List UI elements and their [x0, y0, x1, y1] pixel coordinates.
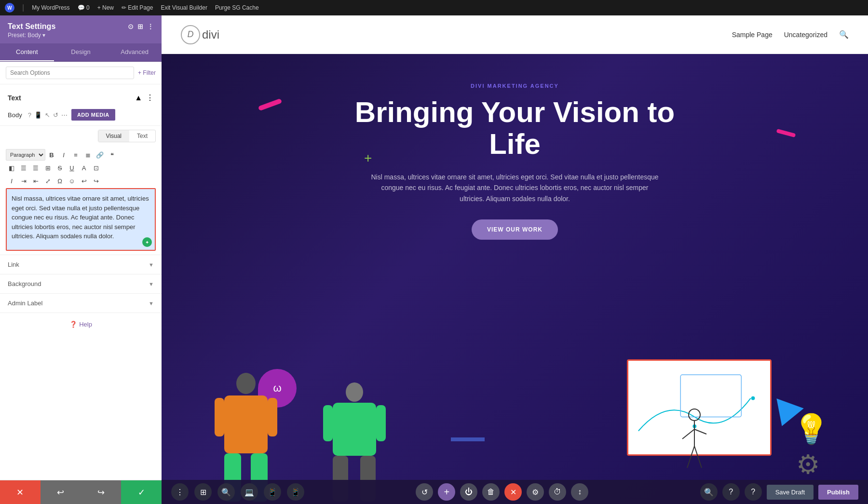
redo-button[interactable]: ↪: [81, 480, 122, 504]
hero-cta-button[interactable]: VIEW OUR WORK: [472, 219, 558, 240]
paste-text-button[interactable]: ⊡: [90, 162, 102, 174]
nav-sample-page[interactable]: Sample Page: [732, 31, 773, 39]
toolbar-mobile-button[interactable]: 📱: [287, 483, 304, 501]
deco-blue-line: [451, 437, 485, 441]
align-right-button[interactable]: ☰: [30, 162, 41, 174]
emoji-button[interactable]: ☺: [66, 175, 78, 187]
toolbar-settings-button[interactable]: ⚙: [527, 483, 544, 501]
undo-editor-button[interactable]: ↩: [78, 175, 90, 187]
exit-visual-builder-link[interactable]: Exit Visual Builder: [161, 4, 207, 11]
background-section[interactable]: Background ▼: [0, 274, 162, 293]
add-media-button[interactable]: ADD MEDIA: [71, 109, 115, 121]
svg-rect-7: [333, 403, 376, 456]
hero-title: Bringing Your Vision to Life: [346, 96, 684, 160]
reset-icon[interactable]: ↺: [53, 111, 58, 119]
admin-bar: W | My WordPress 💬 0 + New ✏ Edit Page E…: [0, 0, 868, 15]
paragraph-select[interactable]: Paragraph: [6, 149, 45, 161]
device-icon[interactable]: 📱: [34, 111, 42, 119]
panel-title: Text Settings: [8, 22, 55, 31]
italic-button[interactable]: I: [58, 149, 69, 161]
filter-button[interactable]: + Filter: [138, 69, 156, 76]
fullscreen-icon[interactable]: ⊙: [128, 23, 134, 30]
toolbar-device-button[interactable]: 💻: [241, 483, 258, 501]
fullscreen-editor-button[interactable]: ⤢: [42, 175, 54, 187]
deco-pink-stripe-2: [776, 129, 796, 137]
bold-button[interactable]: B: [46, 149, 57, 161]
font-color-button[interactable]: A: [78, 162, 90, 174]
editor-area: Visual Text Paragraph B I ≡ ≣ 🔗 ❝: [0, 126, 162, 255]
help-circle-icon: ❓: [69, 321, 77, 328]
publish-button[interactable]: Publish: [818, 485, 858, 500]
confirm-button[interactable]: ✓: [121, 480, 162, 504]
toolbar-tablet-button[interactable]: 📱: [264, 483, 281, 501]
link-section[interactable]: Link ▼: [0, 255, 162, 274]
tab-design[interactable]: Design: [54, 43, 108, 61]
tab-advanced[interactable]: Advanced: [108, 43, 162, 61]
panel-tabs: Content Design Advanced: [0, 43, 162, 62]
layout-icon[interactable]: ⊞: [137, 23, 143, 30]
help-link[interactable]: ❓ Help: [8, 321, 154, 328]
indent-button[interactable]: ⇥: [18, 175, 29, 187]
blockquote-button[interactable]: ❝: [106, 149, 118, 161]
preset-label[interactable]: Preset: Body ▾: [8, 32, 154, 39]
toolbar-undo-button[interactable]: ↺: [416, 483, 433, 501]
svg-point-15: [689, 409, 700, 421]
nav-uncategorized[interactable]: Uncategorized: [784, 31, 827, 39]
hero-subtitle: DIVI MARKETING AGENCY: [471, 83, 559, 89]
strikethrough-button[interactable]: S: [54, 162, 66, 174]
text-section-title: Text: [8, 94, 21, 102]
deco-cross: +: [364, 150, 372, 166]
special-chars-button[interactable]: Ω: [54, 175, 66, 187]
cancel-button[interactable]: ✕: [0, 480, 41, 504]
deco-pink-stripe: [258, 98, 282, 111]
toolbar-help1-button[interactable]: ?: [722, 483, 740, 501]
svg-rect-3: [268, 398, 277, 436]
section-more-icon[interactable]: ⋮: [146, 93, 154, 102]
underline-button[interactable]: U: [66, 162, 78, 174]
admin-label-section[interactable]: Admin Label ▼: [0, 293, 162, 313]
outdent-button[interactable]: ⇤: [30, 175, 41, 187]
link-button[interactable]: 🔗: [94, 149, 106, 161]
save-draft-button[interactable]: Save Draft: [767, 485, 814, 500]
text-mode-button[interactable]: Text: [129, 130, 155, 142]
options-icon[interactable]: ⋯: [61, 111, 68, 119]
toolbar-power-button[interactable]: ⏻: [460, 483, 477, 501]
table-button[interactable]: ⊞: [42, 162, 54, 174]
undo-button[interactable]: ↩: [41, 480, 81, 504]
new-link[interactable]: + New: [97, 4, 114, 11]
align-center-button[interactable]: ☰: [18, 162, 29, 174]
ordered-list-button[interactable]: ≣: [82, 149, 94, 161]
toolbar-help2-button[interactable]: ?: [745, 483, 762, 501]
toolbar-menu-button[interactable]: ⋮: [171, 483, 189, 501]
toolbar-history-button[interactable]: ↕: [571, 483, 588, 501]
site-search-icon[interactable]: 🔍: [839, 30, 849, 39]
toolbar-timer-button[interactable]: ⏱: [549, 483, 566, 501]
collapse-icon[interactable]: ▲: [135, 94, 142, 102]
wp-logo-icon[interactable]: W: [5, 3, 14, 13]
visual-mode-button[interactable]: Visual: [98, 130, 129, 142]
comments-link[interactable]: 💬 0: [78, 4, 90, 11]
edit-page-link[interactable]: ✏ Edit Page: [122, 4, 153, 11]
tab-content[interactable]: Content: [0, 43, 54, 61]
help-tooltip-icon[interactable]: ?: [28, 111, 31, 119]
toolbar-grid-button[interactable]: ⊞: [194, 483, 212, 501]
editor-content: Nisl massa, ultrices vitae ornare sit am…: [12, 194, 150, 241]
purge-cache-link[interactable]: Purge SG Cache: [215, 4, 259, 11]
svg-line-18: [694, 429, 706, 434]
deco-gear-icon: ⚙: [796, 449, 820, 480]
text-editor-box[interactable]: Nisl massa, ultrices vitae ornare sit am…: [6, 188, 156, 251]
toolbar-search-button[interactable]: 🔍: [217, 483, 235, 501]
align-left-button[interactable]: ◧: [6, 162, 17, 174]
toolbar-close-button[interactable]: ✕: [504, 483, 522, 501]
search-input[interactable]: [6, 67, 134, 79]
site-name-link[interactable]: My WordPress: [32, 4, 69, 11]
unordered-list-button[interactable]: ≡: [70, 149, 81, 161]
toolbar-trash-button[interactable]: 🗑: [482, 483, 500, 501]
toolbar-add-button[interactable]: +: [438, 483, 455, 501]
text-section-header: Text ▲ ⋮: [0, 89, 162, 106]
toolbar-zoom-button[interactable]: 🔍: [700, 483, 718, 501]
redo-editor-button[interactable]: ↪: [90, 175, 102, 187]
arrow-icon[interactable]: ↖: [45, 111, 50, 119]
more-options-icon[interactable]: ⋮: [147, 23, 154, 30]
italic2-button[interactable]: I: [6, 175, 17, 187]
